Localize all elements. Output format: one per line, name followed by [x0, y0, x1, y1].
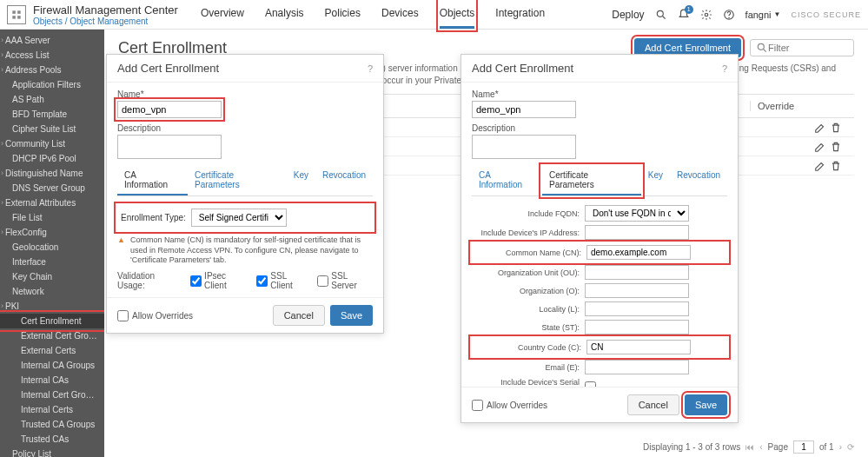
- edit-icon[interactable]: [814, 160, 826, 172]
- common-name-input[interactable]: [586, 245, 691, 260]
- search-icon[interactable]: [655, 9, 667, 21]
- validation-usage-label: Validation Usage:: [117, 271, 182, 290]
- include-fqdn-select[interactable]: Don't use FQDN in certificate: [585, 205, 689, 222]
- bell-icon[interactable]: 1: [678, 9, 690, 21]
- tab-cert-params[interactable]: Certificate Parameters: [542, 166, 641, 195]
- pager-refresh-icon[interactable]: ⟳: [847, 442, 854, 452]
- edit-icon[interactable]: [814, 122, 826, 134]
- sidebar-item-dn[interactable]: Distinguished Name: [0, 166, 104, 181]
- svg-rect-2: [12, 16, 16, 19]
- sidebar-item-cipher-suite[interactable]: Cipher Suite List: [0, 122, 104, 136]
- pager-next-icon[interactable]: ›: [839, 442, 842, 452]
- sidebar-item-policy-list[interactable]: Policy List: [0, 447, 104, 457]
- app-title: Firewall Management Center: [33, 3, 178, 17]
- org-input[interactable]: [585, 283, 689, 298]
- tab-ca-info[interactable]: CA Information: [117, 166, 188, 195]
- deploy-link[interactable]: Deploy: [612, 9, 644, 21]
- name-input[interactable]: [117, 101, 222, 118]
- ipsec-client-checkbox[interactable]: IPsec Client: [190, 271, 248, 290]
- filter-input[interactable]: [768, 43, 846, 53]
- sidebar-item-interface[interactable]: Interface: [0, 255, 104, 269]
- description-label: Description: [117, 123, 373, 133]
- delete-icon[interactable]: [830, 160, 842, 172]
- nav-analysis[interactable]: Analysis: [265, 0, 304, 29]
- allow-overrides-checkbox[interactable]: Allow Overrides: [472, 400, 547, 411]
- email-input[interactable]: [585, 360, 689, 374]
- tab-key[interactable]: Key: [641, 166, 670, 195]
- gear-icon[interactable]: [700, 9, 712, 21]
- sidebar-item-app-filters[interactable]: Application Filters: [0, 77, 104, 92]
- help-icon[interactable]: ?: [722, 63, 727, 74]
- sidebar-item-network[interactable]: Network: [0, 284, 104, 299]
- sidebar: AAA Server Access List Address Pools App…: [0, 30, 104, 457]
- tab-revocation[interactable]: Revocation: [315, 166, 373, 195]
- sidebar-item-address-pools[interactable]: Address Pools: [0, 63, 104, 77]
- nav-overview[interactable]: Overview: [201, 0, 244, 29]
- pager-page-label: Page: [768, 442, 788, 452]
- description-label: Description: [472, 123, 727, 133]
- nav-policies[interactable]: Policies: [325, 0, 361, 29]
- sidebar-item-key-chain[interactable]: Key Chain: [0, 269, 104, 284]
- sidebar-item-geolocation[interactable]: Geolocation: [0, 240, 104, 255]
- save-button[interactable]: Save: [330, 305, 373, 326]
- sidebar-item-int-certs[interactable]: Internal Certs: [0, 402, 104, 417]
- description-input[interactable]: [472, 135, 576, 159]
- sidebar-item-pki[interactable]: PKI: [0, 299, 104, 314]
- name-input[interactable]: [472, 101, 576, 118]
- sidebar-item-dhcp-ipv6[interactable]: DHCP IPv6 Pool: [0, 151, 104, 166]
- cancel-button[interactable]: Cancel: [273, 305, 325, 326]
- sidebar-item-community-list[interactable]: Community List: [0, 136, 104, 151]
- include-ip-input[interactable]: [585, 225, 689, 240]
- ssl-client-checkbox[interactable]: SSL Client: [256, 271, 308, 290]
- user-menu[interactable]: fangni▼: [745, 10, 781, 20]
- sidebar-item-ext-attr[interactable]: External Attributes: [0, 195, 104, 210]
- nav-integration[interactable]: Integration: [495, 0, 545, 29]
- state-input[interactable]: [585, 320, 689, 334]
- delete-icon[interactable]: [830, 141, 842, 153]
- sidebar-item-flexconfig[interactable]: FlexConfig: [0, 225, 104, 240]
- ssl-server-checkbox[interactable]: SSL Server: [317, 271, 373, 290]
- pager-page-input[interactable]: [793, 440, 814, 454]
- sidebar-item-aaa-server[interactable]: AAA Server: [0, 33, 104, 48]
- tab-key[interactable]: Key: [287, 166, 315, 195]
- serial-checkbox[interactable]: [585, 381, 596, 387]
- pager-first-icon[interactable]: ⏮: [745, 442, 754, 452]
- sidebar-item-int-cert-groups[interactable]: Internal Cert Groups: [0, 387, 104, 402]
- country-code-input[interactable]: [586, 340, 691, 354]
- sidebar-item-trusted-ca-groups[interactable]: Trusted CA Groups: [0, 417, 104, 432]
- delete-icon[interactable]: [830, 122, 842, 134]
- warning-text: Common Name (CN) is mandatory for self-s…: [130, 235, 373, 266]
- sidebar-item-trusted-cas[interactable]: Trusted CAs: [0, 432, 104, 447]
- sidebar-item-as-path[interactable]: AS Path: [0, 92, 104, 107]
- breadcrumb[interactable]: Objects / Object Management: [33, 17, 178, 26]
- edit-icon[interactable]: [814, 141, 826, 153]
- sidebar-item-dns-group[interactable]: DNS Server Group: [0, 181, 104, 195]
- description-input[interactable]: [117, 135, 222, 159]
- sidebar-item-access-list[interactable]: Access List: [0, 48, 104, 63]
- tab-revocation[interactable]: Revocation: [670, 166, 727, 195]
- include-ip-label: Include Device's IP Address:: [472, 228, 585, 237]
- locality-input[interactable]: [585, 301, 689, 316]
- sidebar-item-bfd-template[interactable]: BFD Template: [0, 107, 104, 122]
- tab-cert-params[interactable]: Certificate Parameters: [188, 166, 287, 195]
- state-label: State (ST):: [472, 323, 585, 332]
- name-label: Name*: [472, 89, 727, 99]
- ou-input[interactable]: [585, 265, 689, 280]
- help-icon[interactable]: [723, 9, 735, 21]
- enrollment-type-select[interactable]: Self Signed Certificate: [191, 209, 287, 227]
- save-button[interactable]: Save: [685, 394, 727, 415]
- nav-objects[interactable]: Objects: [440, 0, 475, 29]
- tab-ca-info[interactable]: CA Information: [472, 166, 542, 195]
- sidebar-item-int-cas[interactable]: Internal CAs: [0, 373, 104, 387]
- sidebar-item-cert-enrollment[interactable]: Cert Enrollment: [0, 314, 104, 328]
- allow-overrides-checkbox[interactable]: Allow Overrides: [117, 310, 193, 321]
- nav-devices[interactable]: Devices: [381, 0, 419, 29]
- help-icon[interactable]: ?: [368, 63, 373, 74]
- pager-prev-icon[interactable]: ‹: [759, 442, 762, 452]
- sidebar-item-file-list[interactable]: File List: [0, 210, 104, 225]
- sidebar-item-ext-certs[interactable]: External Certs: [0, 343, 104, 358]
- sidebar-item-int-ca-groups[interactable]: Internal CA Groups: [0, 358, 104, 373]
- filter-box[interactable]: [750, 39, 854, 56]
- sidebar-item-ext-cert-groups[interactable]: External Cert Groups: [0, 328, 104, 343]
- cancel-button[interactable]: Cancel: [627, 394, 679, 415]
